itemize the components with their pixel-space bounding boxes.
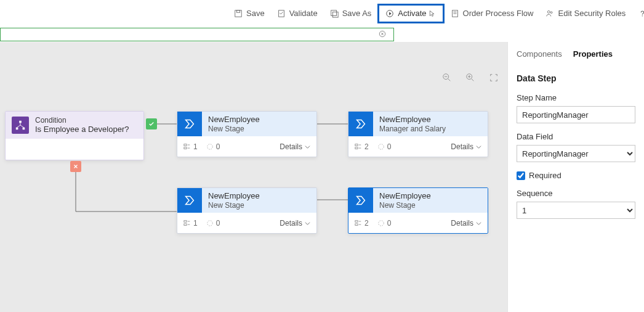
svg-rect-33 (355, 144, 358, 146)
order-icon (451, 9, 459, 18)
svg-rect-28 (184, 144, 187, 146)
stage-entity: NewEmployee (208, 191, 260, 201)
svg-line-14 (448, 79, 451, 81)
svg-rect-43 (355, 221, 358, 223)
sequence-label: Sequence (517, 189, 635, 198)
svg-rect-27 (23, 128, 25, 130)
details-button[interactable]: Details (451, 142, 481, 151)
security-label: Edit Security Roles (558, 9, 626, 18)
close-icon[interactable] (379, 30, 386, 39)
required-label: Required (529, 171, 561, 180)
svg-rect-44 (355, 224, 358, 226)
svg-point-42 (207, 221, 212, 226)
condition-yes-badge (146, 118, 157, 129)
triggers-count: 0 (377, 142, 392, 151)
tab-components[interactable]: Components (517, 49, 562, 62)
steps-count: 2 (355, 142, 369, 151)
svg-rect-34 (355, 147, 358, 149)
activate-button[interactable]: Activate (377, 4, 444, 23)
condition-title: Condition (35, 116, 129, 125)
triggers-count: 0 (206, 219, 220, 228)
svg-point-10 (551, 11, 553, 13)
save-icon (234, 9, 243, 18)
svg-rect-4 (332, 12, 338, 17)
zoom-in-icon[interactable] (465, 73, 475, 84)
required-checkbox[interactable] (517, 171, 525, 180)
activate-icon (385, 9, 394, 18)
main-area: Condition Is Employee a Developer? NewEm… (0, 42, 644, 312)
save-as-icon (330, 9, 339, 18)
stage-node-4[interactable]: NewEmployee New Stage 2 0 Details (348, 187, 488, 234)
condition-head: Condition Is Employee a Developer? (6, 112, 143, 139)
section-title: Data Step (517, 73, 635, 83)
save-as-label: Save As (342, 9, 372, 18)
order-process-flow-button[interactable]: Order Process Flow (445, 4, 540, 23)
save-as-button[interactable]: Save As (324, 4, 378, 23)
stage-name: Manager and Salary (379, 125, 446, 133)
svg-rect-3 (331, 10, 336, 15)
steps-count: 1 (183, 142, 198, 151)
condition-node[interactable]: Condition Is Employee a Developer? (5, 111, 144, 160)
zoom-controls (442, 73, 499, 84)
order-label: Order Process Flow (463, 9, 534, 18)
details-button[interactable]: Details (280, 142, 310, 151)
activate-label: Activate (398, 9, 426, 18)
save-button[interactable]: Save (228, 4, 271, 23)
step-name-input[interactable] (517, 106, 635, 123)
stage-icon (348, 188, 373, 213)
steps-count: 1 (183, 219, 198, 228)
triggers-count: 0 (206, 142, 220, 151)
details-button[interactable]: Details (451, 219, 481, 228)
help-icon (638, 9, 644, 18)
validate-icon (277, 9, 286, 18)
details-button[interactable]: Details (280, 219, 310, 228)
properties-panel: Components Properties Data Step Step Nam… (507, 42, 644, 312)
sequence-select[interactable]: 1 (517, 202, 635, 219)
condition-subtitle: Is Employee a Developer? (35, 125, 129, 134)
svg-rect-25 (19, 121, 22, 123)
stage-icon (348, 112, 373, 136)
data-field-label: Data Field (517, 132, 635, 141)
tab-properties[interactable]: Properties (573, 49, 613, 62)
triggers-count: 0 (377, 219, 392, 228)
edit-security-roles-button[interactable]: Edit Security Roles (539, 4, 632, 23)
fit-screen-icon[interactable] (489, 73, 499, 84)
stage-name: New Stage (208, 201, 260, 210)
stage-node-3[interactable]: NewEmployee New Stage 1 0 Details (177, 187, 317, 234)
notification-bar (0, 28, 394, 41)
svg-point-47 (378, 221, 384, 226)
step-name-label: Step Name (517, 93, 635, 102)
stage-icon (177, 188, 202, 213)
condition-icon (12, 117, 29, 134)
stage-entity: NewEmployee (379, 191, 431, 201)
stage-icon (177, 112, 202, 136)
svg-rect-0 (235, 10, 242, 17)
zoom-out-icon[interactable] (442, 73, 452, 84)
command-bar: Save Validate Save As Activate Order Pro… (0, 0, 644, 27)
stage-entity: NewEmployee (208, 115, 260, 125)
steps-count: 2 (355, 219, 369, 228)
stage-name: New Stage (379, 201, 431, 210)
svg-rect-1 (236, 10, 239, 12)
connectors (0, 42, 507, 312)
svg-point-11 (642, 15, 643, 15)
svg-point-9 (548, 10, 550, 13)
svg-rect-26 (16, 128, 18, 130)
security-icon (545, 9, 554, 18)
data-field-select[interactable]: ReportingManager (517, 145, 635, 162)
stage-node-1[interactable]: NewEmployee New Stage 1 0 Details (177, 111, 317, 157)
validate-label: Validate (289, 9, 318, 18)
svg-point-32 (207, 144, 212, 150)
flow-canvas[interactable]: Condition Is Employee a Developer? NewEm… (0, 42, 507, 312)
stage-name: New Stage (208, 125, 260, 133)
stage-entity: NewEmployee (379, 115, 446, 125)
svg-line-17 (472, 79, 474, 81)
validate-button[interactable]: Validate (271, 4, 324, 23)
svg-point-37 (378, 144, 384, 150)
svg-rect-39 (184, 224, 187, 226)
stage-node-2[interactable]: NewEmployee Manager and Salary 2 0 Detai… (348, 111, 488, 157)
help-button[interactable]: Help (632, 4, 644, 23)
svg-rect-29 (184, 147, 187, 149)
save-label: Save (246, 9, 265, 18)
cursor-icon (428, 9, 437, 18)
